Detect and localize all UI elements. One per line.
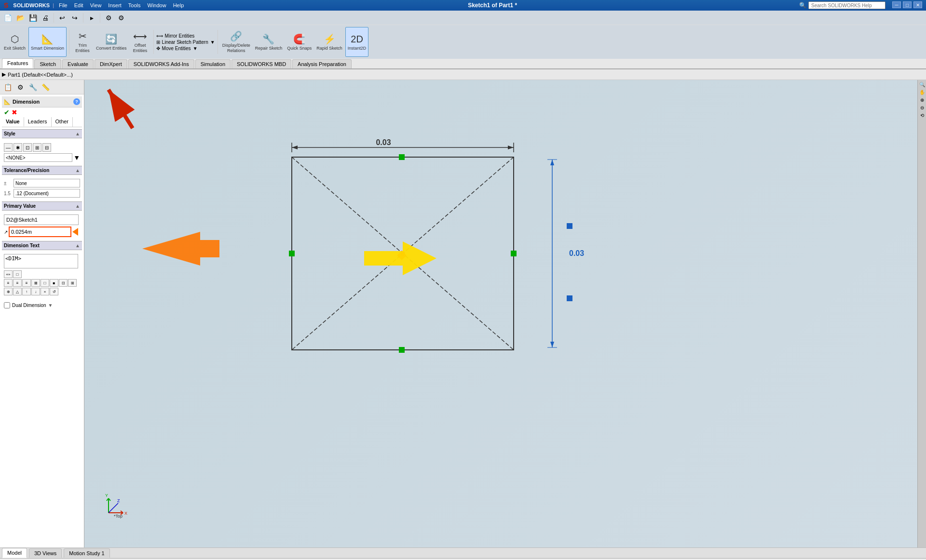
menu-edit[interactable]: Edit [72, 2, 85, 8]
primary-value-input[interactable] [11, 229, 69, 235]
tab-sketch[interactable]: Sketch [34, 59, 61, 68]
precision-dropdown[interactable]: .12 (Document) [14, 189, 80, 198]
open-button[interactable]: 📂 [14, 12, 26, 24]
primary-value-section-header[interactable]: Primary Value ▲ [2, 201, 82, 211]
dim-symbol-2[interactable]: △ [13, 288, 22, 295]
view-icon-1[interactable]: 🔍 [919, 81, 926, 88]
select-button[interactable]: ▸ [86, 12, 97, 24]
toolbar-row2: ⬡ Exit Sketch 📐 Smart Dimension ✂ TrimEn… [0, 25, 926, 59]
tab-model[interactable]: Model [2, 548, 27, 558]
panel-icon-1[interactable]: 📋 [2, 81, 14, 93]
tab-motion-study[interactable]: Motion Study 1 [64, 548, 109, 558]
dim-align-right[interactable]: ≡ [22, 279, 31, 287]
rapid-sketch-button[interactable]: ⚡ Rapid Sketch [314, 27, 344, 57]
new-button[interactable]: 📄 [2, 12, 14, 24]
rebuild-button[interactable]: ⚙ [103, 12, 114, 24]
dim-text-input[interactable]: <DIM> [4, 254, 78, 268]
tab-other[interactable]: Other [52, 117, 73, 127]
convert-entities-button[interactable]: 🔄 Convert Entities [94, 27, 129, 57]
close-button[interactable]: ✕ [913, 1, 922, 8]
dim-txt-btn-1[interactable]: «» [4, 270, 13, 278]
dim-btn-8[interactable]: ⊞ [68, 279, 77, 287]
panel-icon-3[interactable]: 🔧 [27, 81, 39, 93]
dim-btn-x[interactable]: × [41, 288, 49, 295]
offset-icon: ⟷ [133, 30, 147, 42]
dual-dimension-checkbox[interactable] [4, 302, 10, 308]
save-button[interactable]: 💾 [27, 12, 39, 24]
menu-help[interactable]: Help [171, 2, 186, 8]
linear-sketch-pattern-button[interactable]: Linear Sketch Pattern [162, 40, 208, 45]
tab-addins[interactable]: SOLIDWORKS Add-Ins [128, 59, 194, 68]
panel-icon-2[interactable]: ⚙ [14, 81, 26, 93]
dim-text-section-header[interactable]: Dimension Text ▲ [2, 241, 82, 250]
move-dropdown[interactable]: ▼ [193, 46, 198, 51]
menu-view[interactable]: View [88, 2, 104, 8]
dim-btn-4[interactable]: ⊠ [31, 279, 40, 287]
view-icon-4[interactable]: ⊖ [919, 104, 926, 111]
view-icon-5[interactable]: ⟲ [919, 112, 926, 119]
style-btn-5[interactable]: ⊟ [42, 143, 51, 152]
view-icon-2[interactable]: ✋ [919, 89, 926, 95]
confirm-button[interactable]: ✔ [4, 108, 10, 116]
style-btn-1[interactable]: — [4, 143, 13, 152]
style-dropdown[interactable]: <NONE> [4, 153, 72, 162]
redo-button[interactable]: ↪ [69, 12, 81, 24]
dim-btn-7[interactable]: ⊡ [59, 279, 68, 287]
repair-sketch-button[interactable]: 🔧 Repair Sketch [253, 27, 285, 57]
trim-entities-button[interactable]: ✂ TrimEntities [72, 27, 93, 57]
quick-snaps-button[interactable]: 🧲 Quick Snaps [285, 27, 313, 57]
dim-add-above[interactable]: ↑ [22, 288, 31, 295]
tab-leaders[interactable]: Leaders [24, 117, 52, 127]
offset-entities-button[interactable]: ⟷ OffsetEntities [130, 27, 151, 57]
style-btn-4[interactable]: ⊞ [33, 143, 41, 152]
tab-3dviews[interactable]: 3D Views [29, 548, 62, 558]
smart-dimension-button[interactable]: 📐 Smart Dimension [28, 27, 67, 57]
primary-value-content: ↗ [2, 213, 82, 239]
menu-window[interactable]: Window [146, 2, 168, 8]
panel-icon-4[interactable]: 📏 [40, 81, 51, 93]
dim-btn-6[interactable]: ■ [50, 279, 58, 287]
menu-tools[interactable]: Tools [126, 2, 143, 8]
breadcrumb-part[interactable]: Part1 (Default<<Default>...) [8, 72, 73, 78]
display-delete-relations-button[interactable]: 🔗 Display/DeleteRelations [220, 27, 252, 57]
dim-align-left[interactable]: ≡ [4, 279, 13, 287]
mirror-entities-button[interactable]: Mirror Entities [165, 33, 195, 39]
primary-value-name-input[interactable] [4, 214, 79, 225]
tolerance-dropdown[interactable]: None [14, 179, 80, 187]
cancel-button[interactable]: ✖ [12, 108, 17, 116]
menu-file[interactable]: File [57, 2, 69, 8]
dim-btn-refresh[interactable]: ↺ [50, 288, 58, 295]
linear-dropdown[interactable]: ▼ [210, 40, 215, 45]
print-button[interactable]: 🖨 [40, 12, 51, 24]
search-input[interactable] [808, 1, 885, 9]
dim-txt-btn-2[interactable]: □ [13, 270, 22, 278]
style-btn-2[interactable]: ✱ [14, 143, 22, 152]
menu-insert[interactable]: Insert [106, 2, 123, 8]
dim-align-center[interactable]: ≡ [13, 279, 22, 287]
move-entities-button[interactable]: Move Entities [162, 46, 191, 51]
options-button[interactable]: ⚙ [115, 12, 127, 24]
tab-features[interactable]: Features [2, 58, 33, 68]
tab-analysis[interactable]: Analysis Preparation [292, 59, 352, 68]
style-section-header[interactable]: Style ▲ [2, 129, 82, 138]
tab-dimxpert[interactable]: DimXpert [95, 59, 127, 68]
minimize-button[interactable]: ─ [892, 1, 901, 8]
tab-mbd[interactable]: SOLIDWORKS MBD [232, 59, 291, 68]
style-btn-3[interactable]: ⊡ [23, 143, 32, 152]
style-dropdown-arrow[interactable]: ▼ [73, 154, 80, 161]
tab-evaluate[interactable]: Evaluate [62, 59, 94, 68]
tab-simulation[interactable]: Simulation [195, 59, 231, 68]
exit-sketch-button[interactable]: ⬡ Exit Sketch [2, 27, 27, 57]
instant2d-button[interactable]: 2D Instant2D [345, 27, 369, 57]
maximize-button[interactable]: □ [903, 1, 912, 8]
view-icon-3[interactable]: ⊕ [919, 96, 926, 103]
panel-info-icon[interactable]: ? [73, 98, 80, 105]
dim-symbol-1[interactable]: ⊕ [4, 288, 13, 295]
dim-add-below[interactable]: ↓ [31, 288, 40, 295]
tolerance-section-header[interactable]: Tolerance/Precision ▲ [2, 166, 82, 175]
tab-value[interactable]: Value [2, 117, 24, 127]
dim-btn-5[interactable]: □ [41, 279, 49, 287]
undo-button[interactable]: ↩ [56, 12, 68, 24]
yellow-arrow-right [364, 239, 436, 279]
display-delete-label: Display/DeleteRelations [222, 43, 250, 53]
